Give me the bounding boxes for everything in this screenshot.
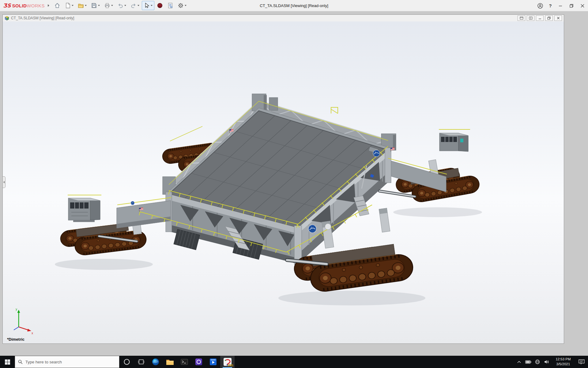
- minimize-icon: [559, 4, 562, 8]
- assembly-document-icon: [5, 16, 9, 21]
- clock-date: 3/5/2021: [556, 362, 570, 367]
- volume-control[interactable]: [542, 356, 551, 368]
- restore-button[interactable]: [566, 0, 577, 11]
- app-icon-file-explorer[interactable]: [163, 356, 177, 368]
- notification-icon: [579, 359, 585, 364]
- crawler-transporter-model[interactable]: [3, 21, 564, 343]
- 3d-viewport[interactable]: y x *Dimetric: [3, 21, 564, 343]
- dropdown-arrow-icon[interactable]: [98, 5, 100, 6]
- new-document-button[interactable]: [63, 1, 75, 10]
- doc-pane-button-2[interactable]: [527, 15, 534, 21]
- collapse-arrow-icon: [3, 181, 5, 183]
- clock-time: 12:53 PM: [556, 357, 571, 362]
- doc-pane-button-1[interactable]: [518, 15, 525, 21]
- undo-button[interactable]: [115, 1, 128, 10]
- user-account-icon: [537, 3, 543, 9]
- document-window: CT_TA.SLDASM [Viewing] [Read-only]: [2, 14, 564, 344]
- redo-button[interactable]: [129, 1, 141, 10]
- close-icon: [581, 4, 584, 8]
- task-view-icon: [138, 359, 144, 365]
- system-tray: 12:53 PM 3/5/2021: [514, 356, 588, 368]
- new-document-icon: [65, 2, 71, 9]
- restore-icon: [570, 4, 573, 8]
- dropdown-arrow-icon[interactable]: [185, 5, 187, 6]
- select-tool-button[interactable]: [142, 1, 154, 10]
- pane-icon: [520, 17, 523, 20]
- dropdown-arrow-icon[interactable]: [72, 5, 74, 6]
- home-button[interactable]: [52, 1, 62, 10]
- network-status[interactable]: [533, 356, 542, 368]
- action-center-button[interactable]: [575, 356, 588, 368]
- account-button[interactable]: [535, 0, 546, 11]
- taskbar-clock[interactable]: 12:53 PM 3/5/2021: [551, 356, 575, 368]
- hidden-icons-button[interactable]: [514, 356, 524, 368]
- windows-logo-icon: [5, 359, 10, 365]
- document-title: CT_TA.SLDASM [Viewing] [Read-only]: [11, 16, 74, 20]
- orientation-triad[interactable]: y x: [9, 306, 35, 334]
- video-app-icon: [209, 358, 217, 366]
- document-titlebar[interactable]: CT_TA.SLDASM [Viewing] [Read-only]: [3, 15, 564, 21]
- app-icon-terminal[interactable]: [177, 356, 191, 368]
- edge-icon: [152, 358, 160, 366]
- app-titlebar[interactable]: ƷS SOLIDWORKS: [0, 0, 588, 11]
- model-right-cab[interactable]: [439, 133, 468, 151]
- panel-splitter-handle[interactable]: [3, 176, 6, 188]
- dropdown-arrow-icon[interactable]: [138, 5, 139, 6]
- app-icon-video[interactable]: [206, 356, 220, 368]
- terminal-icon: [181, 359, 188, 365]
- file-properties-button[interactable]: [165, 1, 175, 10]
- solidworks-application: ƷS SOLIDWORKS: [0, 0, 588, 368]
- minimize-button[interactable]: [555, 0, 566, 11]
- start-button[interactable]: [0, 356, 15, 368]
- 3dexperience-button[interactable]: [155, 1, 165, 10]
- open-folder-icon: [78, 2, 84, 9]
- doc-minimize-button[interactable]: [536, 15, 544, 21]
- open-button[interactable]: [76, 1, 89, 10]
- dropdown-arrow-icon[interactable]: [111, 5, 113, 6]
- dropdown-arrow-icon[interactable]: [85, 5, 87, 6]
- app-icon-media-player[interactable]: [191, 356, 206, 368]
- dropdown-arrow-icon[interactable]: [124, 5, 126, 6]
- home-icon: [54, 2, 60, 9]
- search-icon: [18, 359, 23, 364]
- windows-taskbar: 2021 12:53 PM 3/5/2021: [0, 356, 588, 368]
- chevron-up-icon: [517, 361, 521, 363]
- options-button[interactable]: [176, 1, 188, 10]
- triad-x-label: x: [32, 332, 33, 334]
- dropdown-arrow-icon[interactable]: [151, 5, 153, 6]
- save-icon: [91, 2, 97, 9]
- speaker-icon: [544, 360, 549, 364]
- taskbar-search[interactable]: [15, 356, 119, 368]
- solidworks-logo: ƷS SOLIDWORKS: [3, 2, 45, 9]
- select-cursor-icon: [144, 2, 150, 9]
- model-left-cab[interactable]: [68, 198, 100, 222]
- close-button[interactable]: [577, 0, 588, 11]
- cortana-icon: [123, 358, 130, 365]
- workspace: CT_TA.SLDASM [Viewing] [Read-only]: [0, 11, 588, 356]
- app-icon-solidworks[interactable]: 2021: [220, 356, 235, 368]
- quick-access-toolbar: [52, 1, 188, 10]
- brand-solid: SOLID: [12, 3, 27, 8]
- print-icon: [104, 2, 110, 9]
- help-button[interactable]: ?: [546, 0, 555, 11]
- battery-status[interactable]: [524, 356, 533, 368]
- doc-close-button[interactable]: [554, 15, 562, 21]
- doc-restore-button[interactable]: [545, 15, 553, 21]
- ds-logo: ƷS: [3, 2, 11, 9]
- cortana-button[interactable]: [119, 356, 134, 368]
- print-button[interactable]: [102, 1, 115, 10]
- gear-icon: [178, 2, 184, 9]
- close-icon: [557, 17, 560, 20]
- redo-icon: [130, 2, 137, 9]
- brand-works: WORKS: [27, 3, 45, 8]
- file-explorer-icon: [166, 358, 174, 365]
- save-button[interactable]: [89, 1, 102, 10]
- triad-y-label: y: [16, 308, 17, 311]
- view-orientation-label: *Dimetric: [7, 337, 24, 342]
- solidworks-year-badge: 2021: [228, 364, 233, 367]
- search-input[interactable]: [25, 360, 116, 364]
- task-view-button[interactable]: [134, 356, 148, 368]
- document-window-controls: [518, 15, 562, 21]
- app-icon-edge[interactable]: [148, 356, 163, 368]
- menu-expand-arrow-icon[interactable]: [48, 4, 49, 7]
